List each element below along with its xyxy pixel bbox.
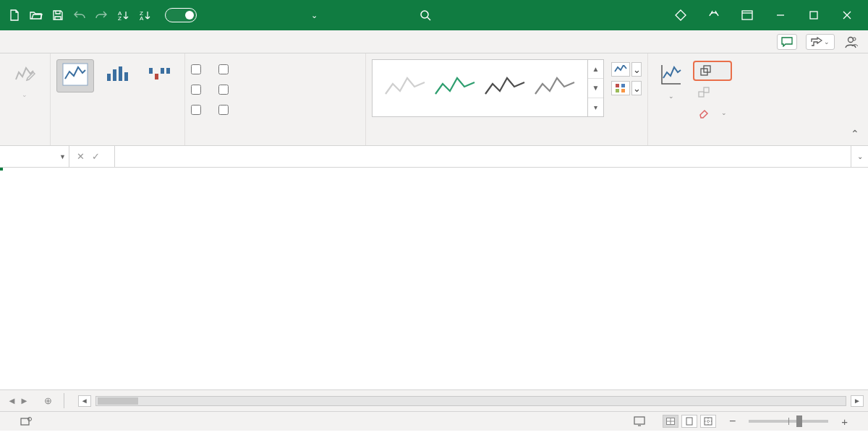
svg-rect-10 [107, 74, 111, 81]
share-button[interactable]: ⌄ [806, 34, 835, 50]
high-point-checkbox[interactable] [191, 61, 205, 78]
ribbon: ⌄ [0, 53, 868, 146]
name-box[interactable]: ▼ [0, 146, 69, 167]
negative-points-checkbox[interactable] [191, 101, 205, 119]
view-page-layout-icon[interactable] [681, 415, 697, 428]
autosave-toggle[interactable] [161, 8, 197, 22]
clear-button[interactable]: ⌄ [693, 104, 732, 121]
eraser-icon [698, 107, 710, 119]
zoom-out-button[interactable]: − [729, 415, 736, 428]
ungroup-button[interactable] [693, 84, 732, 101]
add-sheet-button[interactable]: ⊕ [39, 390, 58, 411]
axis-button[interactable]: ⌄ [654, 59, 689, 103]
svg-rect-14 [149, 68, 153, 74]
svg-rect-31 [671, 418, 674, 421]
zoom-in-button[interactable]: + [841, 415, 848, 428]
svg-rect-16 [161, 68, 164, 74]
redo-icon[interactable] [91, 5, 111, 25]
maximize-button[interactable] [797, 4, 830, 27]
collapse-ribbon-icon[interactable]: ⌃ [851, 128, 859, 139]
svg-rect-13 [124, 72, 128, 81]
comments-button[interactable] [777, 34, 797, 50]
formula-bar: ▼ ✕ ✓ ⌄ [0, 146, 868, 168]
svg-rect-6 [810, 12, 817, 19]
edit-data-icon [13, 62, 36, 85]
sheet-tab-bar: ◄ ► ⊕ ◄ ► [0, 389, 868, 411]
svg-rect-19 [621, 84, 625, 87]
group-icon [700, 65, 712, 77]
document-title[interactable]: ⌄ [305, 11, 318, 20]
sort-asc-icon[interactable]: AZ [113, 5, 133, 25]
display-settings-button[interactable] [634, 416, 650, 426]
minimize-button[interactable] [764, 4, 797, 27]
expand-formula-bar-icon[interactable]: ⌄ [851, 146, 868, 167]
svg-rect-28 [634, 417, 644, 424]
sort-desc-icon[interactable]: ZA [135, 5, 155, 25]
marker-color-button[interactable]: ⌄ [611, 81, 642, 95]
svg-text:A: A [140, 15, 144, 21]
svg-point-4 [421, 11, 428, 18]
worksheet-grid[interactable] [0, 168, 868, 389]
ungroup-icon [698, 87, 710, 98]
window-controls [664, 4, 864, 27]
svg-point-7 [848, 37, 854, 42]
save-icon[interactable] [48, 5, 68, 25]
markers-checkbox[interactable] [218, 101, 233, 119]
axis-icon [659, 62, 684, 87]
coming-soon-icon[interactable] [697, 4, 731, 27]
svg-point-27 [28, 418, 32, 421]
status-bar: − + [0, 411, 868, 431]
open-file-icon[interactable] [26, 5, 46, 25]
low-point-checkbox[interactable] [191, 81, 205, 98]
svg-rect-25 [704, 87, 709, 92]
svg-rect-15 [155, 74, 158, 79]
svg-rect-33 [671, 422, 674, 425]
type-line-button[interactable] [56, 59, 94, 92]
view-normal-icon[interactable] [663, 415, 678, 428]
line-sparkline-icon [62, 63, 88, 86]
edit-data-button[interactable]: ⌄ [6, 59, 43, 101]
svg-rect-20 [616, 89, 619, 92]
quick-access-toolbar: AZ ZA [4, 5, 155, 25]
ribbon-tabs: ⌄ [0, 30, 868, 53]
sparkline-color-button[interactable]: ⌄ [611, 62, 642, 77]
svg-rect-18 [616, 84, 619, 87]
account-icon[interactable] [843, 35, 858, 49]
svg-rect-30 [667, 418, 671, 421]
svg-rect-17 [166, 68, 170, 74]
title-bar: AZ ZA ⌄ [0, 0, 868, 30]
close-button[interactable] [830, 4, 864, 27]
svg-rect-34 [686, 418, 692, 425]
gallery-scroll[interactable]: ▲▼▾ [588, 59, 604, 117]
sheet-nav-prev-icon[interactable]: ◄ [7, 395, 17, 406]
macro-record-icon[interactable] [20, 416, 32, 426]
last-point-checkbox[interactable] [218, 81, 233, 98]
winloss-sparkline-icon [146, 62, 172, 85]
view-page-break-icon[interactable] [700, 415, 716, 428]
svg-text:Z: Z [118, 15, 122, 21]
first-point-checkbox[interactable] [218, 61, 233, 78]
svg-rect-5 [742, 11, 752, 20]
horizontal-scrollbar[interactable]: ◄ ► [74, 390, 868, 411]
chevron-down-icon: ⌄ [311, 11, 318, 20]
svg-rect-11 [113, 69, 116, 81]
svg-rect-21 [621, 89, 625, 92]
formula-input[interactable] [115, 146, 851, 167]
search-icon[interactable] [420, 9, 431, 21]
undo-icon[interactable] [69, 5, 90, 25]
type-winloss-button[interactable] [140, 59, 178, 91]
column-sparkline-icon [104, 62, 130, 85]
svg-rect-24 [699, 92, 704, 97]
enter-formula-icon[interactable]: ✓ [92, 151, 100, 162]
sheet-nav-next-icon[interactable]: ► [20, 395, 29, 406]
cancel-formula-icon[interactable]: ✕ [77, 151, 85, 162]
svg-rect-12 [119, 66, 122, 81]
svg-rect-32 [667, 422, 671, 425]
style-gallery[interactable] [372, 59, 588, 117]
ribbon-mode-icon[interactable] [731, 4, 764, 27]
new-file-icon[interactable] [4, 5, 25, 25]
diamond-icon[interactable] [664, 4, 697, 27]
type-column-button[interactable] [98, 59, 136, 91]
zoom-slider[interactable] [749, 420, 828, 423]
group-button[interactable] [693, 61, 732, 81]
